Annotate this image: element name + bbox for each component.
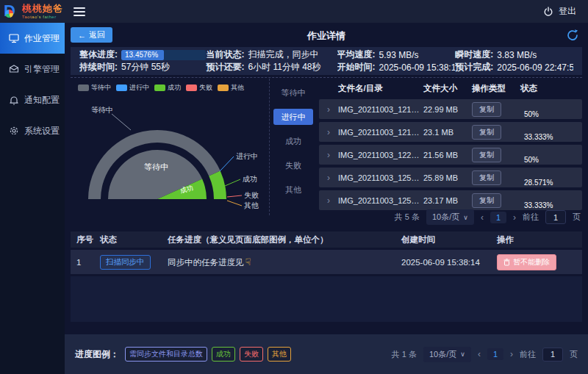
- file-table-pagination: 共 5 条 10条/页∨ ‹ 1 › 前往 1 页: [395, 209, 581, 225]
- legend-tag-failed: 失败: [240, 347, 263, 362]
- legend-swatch: [186, 84, 197, 91]
- gauge-chart: 等待中 进行中 成功 失败 其他 等待中 成功: [71, 92, 268, 217]
- tab-in-progress[interactable]: 进行中: [273, 109, 313, 125]
- task-progress-note: 同步中的任务进度见☟: [168, 256, 401, 268]
- task-table-empty-area: [71, 276, 582, 322]
- goto-label: 前往: [523, 212, 539, 223]
- file-table-header: 文件名/目录 文件大小 操作类型 状态: [319, 80, 582, 96]
- task-index: 1: [71, 258, 100, 267]
- expand-chevron-icon[interactable]: ›: [319, 127, 338, 137]
- refresh-icon[interactable]: [566, 29, 579, 42]
- tab-other[interactable]: 其他: [273, 181, 313, 198]
- legend-tag-total: 需同步文件和目录总数: [125, 347, 207, 362]
- file-size: 23.17 MB: [423, 196, 472, 205]
- delete-button[interactable]: 暂不能删除: [497, 254, 556, 270]
- logout-button[interactable]: 登出: [543, 5, 588, 18]
- file-table: 文件名/目录 文件大小 操作类型 状态 ›IMG_20211003_121746…: [319, 80, 582, 210]
- sidebar-item-label: 引擎管理: [24, 63, 60, 76]
- logout-label: 登出: [559, 5, 576, 18]
- copy-type-button[interactable]: 复制: [472, 170, 501, 185]
- legend-swatch: [78, 84, 89, 91]
- expand-chevron-icon[interactable]: ›: [319, 195, 338, 206]
- copy-type-button[interactable]: 复制: [472, 148, 501, 162]
- divider: [269, 79, 270, 215]
- legend-tag-success: 成功: [212, 347, 235, 362]
- logo-subtitle: Taotao's father: [22, 15, 63, 19]
- sidebar-item-label: 系统设置: [24, 125, 60, 137]
- file-size: 21.56 MB: [423, 151, 472, 159]
- prev-page-button[interactable]: ‹: [481, 212, 484, 223]
- task-created-time: 2025-06-09 15:38:14: [401, 258, 497, 267]
- file-size: 23.1 MB: [423, 128, 472, 137]
- file-name: IMG_20211003_125108.jpg: [338, 173, 423, 182]
- gauge-panel: 等待中 进行中 成功 失败 其他 等待中 进行中 成功: [71, 79, 268, 221]
- progress-legend-label: 进度图例：: [75, 348, 119, 361]
- gear-icon: [9, 126, 19, 136]
- file-name: IMG_20211003_122906.jpg: [338, 151, 423, 159]
- tab-success[interactable]: 成功: [273, 133, 313, 149]
- sidebar: 作业管理 引擎管理 通知配置 系统设置: [0, 23, 65, 374]
- expand-chevron-icon[interactable]: ›: [319, 150, 338, 160]
- sidebar-item-label: 通知配置: [24, 94, 60, 107]
- legend-swatch: [218, 84, 229, 91]
- app-logo: D 桃桃她爸 Taotao's father: [0, 4, 65, 19]
- file-name: IMG_20211003_125842.jpg: [338, 196, 423, 205]
- sidebar-item-engines[interactable]: 引擎管理: [0, 54, 65, 84]
- svg-text:等待中: 等待中: [144, 162, 168, 171]
- current-page[interactable]: 1: [487, 348, 503, 360]
- sidebar-item-label: 作业管理: [24, 32, 60, 45]
- file-row: ›IMG_20211003_122906.jpg 21.56 MB 复制 50%: [319, 145, 582, 165]
- monitor-icon: [9, 33, 19, 43]
- file-status-tabs: 等待中 进行中 成功 失败 其他: [273, 84, 313, 198]
- expand-chevron-icon[interactable]: ›: [319, 173, 338, 183]
- page-size-select[interactable]: 10条/页∨: [423, 347, 471, 362]
- power-icon: [543, 7, 553, 17]
- expand-chevron-icon[interactable]: ›: [319, 104, 338, 115]
- stat-instant-speed: 瞬时速度: 3.83 MB/s: [455, 48, 573, 61]
- page-size-select[interactable]: 10条/页∨: [426, 209, 474, 225]
- tab-waiting[interactable]: 等待中: [273, 84, 313, 101]
- stat-finish-time: 预计完成: 2025-06-09 22:47:58: [455, 61, 573, 73]
- overall-progress-bar: 13.4576%: [121, 50, 206, 60]
- total-count: 共 5 条: [395, 212, 420, 223]
- file-row: ›IMG_20211003_125842.jpg 23.17 MB 复制 33.…: [319, 190, 582, 210]
- task-row: 1 扫描同步中 同步中的任务进度见☟ 2025-06-09 15:38:14 暂…: [71, 250, 582, 274]
- task-table-header: 序号 状态 任务进度（意义见页面底部图例，单位个） 创建时间 操作: [71, 231, 582, 248]
- svg-text:成功: 成功: [243, 175, 257, 183]
- logo-title: 桃桃她爸: [22, 4, 63, 13]
- svg-text:其他: 其他: [244, 201, 259, 209]
- sidebar-item-jobs[interactable]: 作业管理: [0, 23, 65, 54]
- file-row: ›IMG_20211003_121756.jpg 23.1 MB 复制 33.3…: [319, 122, 582, 142]
- goto-page-input[interactable]: 1: [545, 210, 566, 224]
- file-size: 25.89 MB: [423, 173, 472, 182]
- tab-failed[interactable]: 失败: [273, 157, 313, 173]
- stat-average-speed: 平均速度: 5.93 MB/s: [337, 48, 456, 61]
- svg-text:等待中: 等待中: [91, 106, 113, 114]
- chart-zone: 等待中 进行中 成功 失败 其他 等待中 进行中 成功: [71, 79, 582, 221]
- file-name: IMG_20211003_121746.jpg: [338, 105, 423, 114]
- sidebar-item-notifications[interactable]: 通知配置: [0, 84, 65, 115]
- prev-page-button[interactable]: ‹: [478, 349, 481, 359]
- task-table: 序号 状态 任务进度（意义见页面底部图例，单位个） 创建时间 操作 1 扫描同步…: [71, 231, 582, 322]
- file-row: ›IMG_20211003_121746.jpg 22.99 MB 复制 50%: [319, 99, 582, 119]
- file-size: 22.99 MB: [423, 105, 472, 114]
- next-page-button[interactable]: ›: [513, 212, 516, 223]
- next-page-button[interactable]: ›: [510, 349, 513, 359]
- legend-swatch: [154, 84, 165, 91]
- file-row: ›IMG_20211003_125108.jpg 25.89 MB 复制 28.…: [319, 168, 582, 187]
- stat-overall-progress: 整体进度: 13.4576%: [79, 48, 206, 61]
- stat-current-status: 当前状态: 扫描完成，同步中: [206, 48, 337, 61]
- svg-text:失败: 失败: [244, 191, 259, 199]
- copy-type-button[interactable]: 复制: [472, 125, 501, 140]
- divider: [71, 77, 582, 78]
- point-down-icon: ☟: [245, 256, 251, 267]
- copy-type-button[interactable]: 复制: [472, 102, 501, 117]
- copy-type-button[interactable]: 复制: [472, 193, 501, 208]
- current-page[interactable]: 1: [490, 212, 506, 223]
- page-unit-label: 页: [570, 349, 578, 360]
- logo-icon: D: [4, 4, 19, 19]
- sidebar-item-settings[interactable]: 系统设置: [0, 115, 65, 146]
- footer-bar: 进度图例： 需同步文件和目录总数 成功 失败 其他 共 1 条 10条/页∨ ‹…: [65, 334, 588, 374]
- menu-collapse-icon[interactable]: [74, 7, 85, 16]
- goto-page-input[interactable]: 1: [542, 348, 563, 362]
